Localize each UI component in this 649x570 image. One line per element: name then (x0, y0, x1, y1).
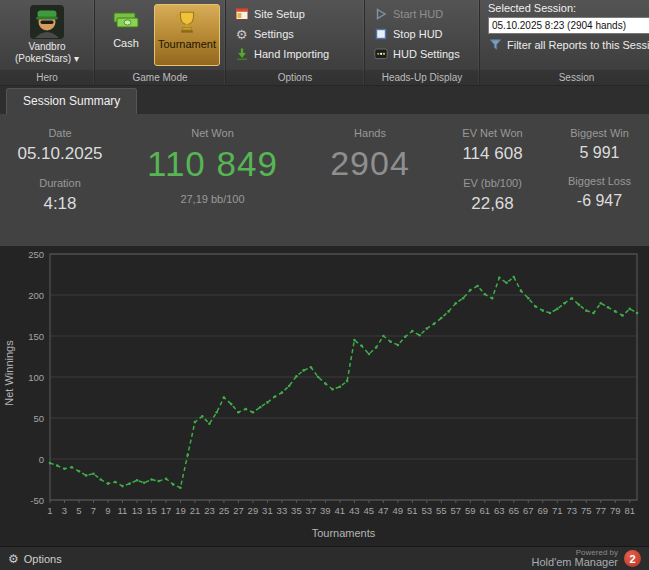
hero-avatar (30, 5, 64, 39)
ribbon-group-options: Site Setup ⚙ Settings (226, 0, 365, 85)
svg-text:49: 49 (393, 505, 404, 516)
svg-text:150: 150 (28, 331, 44, 342)
filter-session-button[interactable]: Filter all Reports to this Session (488, 37, 649, 52)
svg-text:29: 29 (248, 505, 259, 516)
hand-importing-label: Hand Importing (254, 48, 329, 60)
options-statusbar-label: Options (24, 553, 62, 565)
stat-ev-net-won-label: EV Net Won (462, 127, 522, 139)
site-setup-button[interactable]: Site Setup (230, 5, 360, 23)
stat-duration-value: 4:18 (43, 194, 76, 214)
group-label-session: Session (480, 70, 649, 85)
svg-text:50: 50 (33, 413, 44, 424)
settings-button[interactable]: ⚙ Settings (230, 25, 360, 43)
report-tabbar: Session Summary (0, 86, 649, 114)
svg-text:21: 21 (190, 505, 201, 516)
svg-text:35: 35 (291, 505, 302, 516)
tournament-button[interactable]: Tournament (154, 4, 220, 66)
site-setup-icon (234, 7, 249, 22)
stat-date-value: 05.10.2025 (17, 144, 102, 164)
start-hud-button[interactable]: Start HUD (369, 5, 475, 23)
svg-text:77: 77 (595, 505, 606, 516)
stat-net-won-value: 110 849 (147, 144, 278, 184)
svg-text:11: 11 (118, 505, 128, 516)
stat-ev-bb-label: EV (bb/100) (463, 177, 522, 189)
powered-by-block: Powered by Hold'em Manager 2 (532, 549, 641, 569)
group-label-game-mode: Game Mode (95, 70, 225, 85)
stat-date-label: Date (48, 127, 71, 139)
svg-text:53: 53 (422, 505, 433, 516)
svg-text:-50: -50 (30, 495, 44, 506)
svg-text:19: 19 (175, 505, 186, 516)
svg-text:17: 17 (161, 505, 172, 516)
gear-icon: ⚙ (234, 27, 249, 42)
hm2-logo: 2 (624, 550, 641, 567)
svg-text:41: 41 (335, 505, 346, 516)
stat-net-won: Net Won 110 849 27,19 bb/100 (147, 127, 278, 205)
svg-text:39: 39 (320, 505, 331, 516)
filter-funnel-icon (488, 37, 503, 52)
hud-settings-label: HUD Settings (393, 48, 460, 60)
stat-net-won-sub: 27,19 bb/100 (180, 193, 244, 205)
ribbon-group-session: Selected Session: 05.10.2025 8:23 (2904 … (480, 0, 649, 85)
session-select-value: 05.10.2025 8:23 (2904 hands) (492, 20, 626, 31)
holdem-manager-window: Vandbro (PokerStars) ▾ Hero (0, 0, 649, 570)
svg-text:59: 59 (465, 505, 476, 516)
tab-session-summary[interactable]: Session Summary (6, 88, 137, 114)
gear-icon: ⚙ (8, 553, 19, 565)
svg-text:81: 81 (624, 505, 635, 516)
session-select[interactable]: 05.10.2025 8:23 (2904 hands) ▼ (488, 17, 649, 34)
svg-text:0: 0 (39, 454, 44, 465)
svg-text:5: 5 (76, 505, 81, 516)
import-arrow-icon (234, 47, 249, 62)
svg-text:45: 45 (364, 505, 375, 516)
stat-hands: Hands 2904 (330, 127, 410, 183)
svg-text:43: 43 (349, 505, 360, 516)
stat-ev-net-won-value: 114 608 (462, 144, 522, 164)
stat-ev-bb-value: 22,68 (471, 194, 514, 214)
svg-text:13: 13 (132, 505, 143, 516)
svg-text:250: 250 (28, 249, 44, 260)
stat-biggest-loss: Biggest Loss -6 947 (568, 175, 631, 210)
hud-settings-button[interactable]: HUD Settings (369, 45, 475, 63)
svg-text:31: 31 (262, 505, 273, 516)
ribbon: Vandbro (PokerStars) ▾ Hero (0, 0, 649, 86)
brand-text: Hold'em Manager (532, 557, 618, 569)
svg-text:69: 69 (538, 505, 549, 516)
stat-ev-net-won: EV Net Won 114 608 (462, 127, 522, 164)
svg-text:7: 7 (91, 505, 96, 516)
stat-duration: Duration 4:18 (39, 177, 81, 214)
svg-text:15: 15 (146, 505, 157, 516)
svg-text:57: 57 (451, 505, 462, 516)
stat-biggest-win: Biggest Win 5 991 (570, 127, 629, 162)
ribbon-group-hero: Vandbro (PokerStars) ▾ Hero (0, 0, 95, 85)
hero-player-button[interactable]: Vandbro (PokerStars) ▾ (4, 3, 90, 65)
ribbon-group-game-mode: Cash Tournament (95, 0, 226, 85)
stop-icon (373, 27, 388, 42)
hud-settings-icon (373, 47, 388, 62)
svg-text:79: 79 (610, 505, 621, 516)
stop-hud-label: Stop HUD (393, 28, 443, 40)
stat-date: Date 05.10.2025 (17, 127, 102, 164)
session-stats-panel: Date 05.10.2025 Duration 4:18 Net Won 11… (0, 114, 649, 246)
net-winnings-chart: -500501001502002501357911131517192123252… (0, 246, 649, 546)
cash-button[interactable]: Cash (100, 4, 152, 66)
svg-text:71: 71 (552, 505, 563, 516)
chart-canvas: -500501001502002501357911131517192123252… (0, 246, 649, 546)
selected-session-label: Selected Session: (488, 2, 649, 14)
site-setup-label: Site Setup (254, 8, 305, 20)
status-bar: ⚙ Options Powered by Hold'em Manager 2 (0, 546, 649, 570)
cash-icon (112, 8, 140, 34)
ribbon-group-hud: Start HUD Stop HUD (365, 0, 480, 85)
svg-text:55: 55 (436, 505, 447, 516)
svg-text:23: 23 (204, 505, 215, 516)
hand-importing-button[interactable]: Hand Importing (230, 45, 360, 63)
stop-hud-button[interactable]: Stop HUD (369, 25, 475, 43)
play-icon (373, 7, 388, 22)
options-statusbar-button[interactable]: ⚙ Options (8, 553, 62, 565)
stat-ev-bb: EV (bb/100) 22,68 (463, 177, 522, 214)
svg-text:47: 47 (378, 505, 389, 516)
settings-label: Settings (254, 28, 294, 40)
svg-text:27: 27 (233, 505, 244, 516)
svg-text:73: 73 (566, 505, 577, 516)
svg-text:67: 67 (523, 505, 534, 516)
